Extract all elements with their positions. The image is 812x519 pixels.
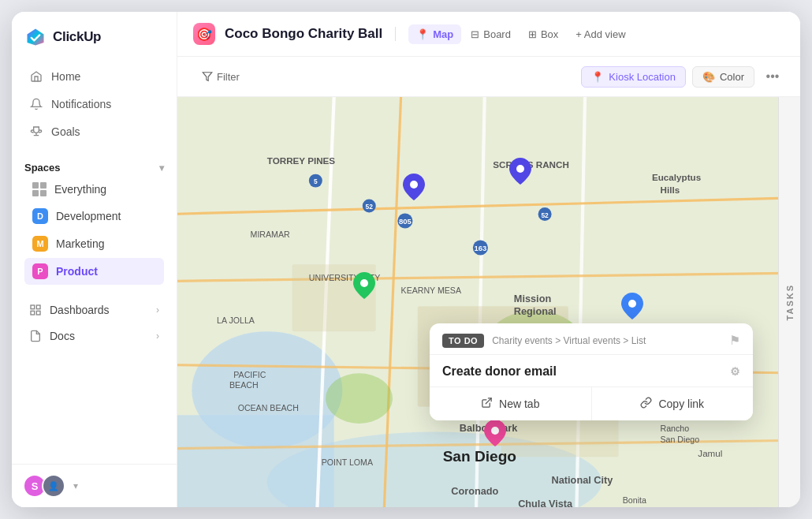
map-pin-6[interactable] [484, 420, 506, 446]
more-options-button[interactable]: ••• [761, 65, 784, 88]
svg-rect-2 [36, 305, 40, 309]
svg-text:Regional: Regional [514, 305, 557, 317]
main-header: 🎯 Coco Bongo Charity Ball 📍 Map ⊟ Board … [177, 12, 800, 57]
docs-label: Docs [50, 330, 75, 342]
more-icon: ••• [766, 69, 780, 84]
sidebar-item-product-label: Product [56, 265, 98, 278]
svg-text:5: 5 [314, 177, 318, 185]
add-view-label: + Add view [575, 28, 625, 40]
copy-link-label: Copy link [658, 398, 704, 410]
popup-task-title: Create donor email [442, 364, 557, 379]
board-tab-icon: ⊟ [471, 28, 479, 40]
add-view-button[interactable]: + Add view [568, 24, 633, 44]
toolbar-right: 📍 Kiosk Location 🎨 Color ••• [581, 65, 784, 88]
tasks-sidebar-panel[interactable]: TASKS [778, 97, 800, 507]
kiosk-pin-icon: 📍 [591, 71, 604, 83]
spaces-section: Spaces ▾ Everything D Development M Mark… [12, 152, 177, 290]
sidebar-item-docs[interactable]: Docs › [17, 323, 172, 349]
settings-icon[interactable]: ⚙ [730, 365, 740, 378]
docs-chevron-icon: › [156, 330, 159, 342]
tab-box[interactable]: ⊞ Box [520, 24, 566, 44]
app-shell: ClickUp Home Notific [12, 12, 800, 507]
sidebar-item-dashboards[interactable]: Dashboards › [17, 297, 172, 323]
popup-title-area: Create donor email ⚙ [430, 355, 753, 386]
svg-rect-4 [36, 311, 40, 315]
toolbar: Filter 📍 Kiosk Location 🎨 Color ••• [177, 57, 800, 97]
spaces-chevron-icon: ▾ [159, 162, 164, 174]
svg-text:Chula Vista: Chula Vista [518, 498, 573, 507]
sidebar-item-home[interactable]: Home [17, 63, 172, 90]
svg-text:Coronado: Coronado [451, 485, 498, 497]
map-pin-3[interactable] [353, 272, 375, 299]
sidebar-item-product[interactable]: P Product [24, 258, 164, 285]
map-pin-1[interactable] [403, 174, 425, 200]
popup-header-left: TO DO Charity events > Virtual events > … [442, 334, 646, 348]
sidebar-bottom: Dashboards › Docs › [12, 297, 177, 349]
kiosk-location-button[interactable]: 📍 Kiosk Location [581, 66, 686, 88]
svg-text:San Diego: San Diego [661, 435, 700, 444]
copy-link-icon [640, 397, 652, 411]
svg-text:Rancho: Rancho [661, 424, 690, 433]
svg-text:BEACH: BEACH [229, 380, 259, 390]
color-label: Color [720, 71, 744, 83]
sidebar-item-goals-label: Goals [51, 125, 80, 138]
copy-link-button[interactable]: Copy link [591, 387, 754, 420]
svg-text:Eucalyptus: Eucalyptus [652, 172, 701, 182]
svg-text:52: 52 [366, 203, 374, 211]
docs-icon [29, 330, 42, 342]
new-tab-label: New tab [499, 398, 539, 410]
sidebar-item-everything[interactable]: Everything [24, 177, 164, 202]
svg-text:Bonita: Bonita [623, 495, 646, 505]
svg-line-56 [486, 398, 491, 404]
svg-text:Jamul: Jamul [698, 448, 722, 458]
footer-chevron-icon: ▾ [73, 480, 78, 491]
sidebar-footer: S 👤 ▾ [12, 464, 177, 507]
svg-text:National City: National City [552, 474, 613, 486]
new-tab-button[interactable]: New tab [430, 387, 591, 420]
project-icon: 🎯 [193, 23, 215, 45]
svg-text:OCEAN BEACH: OCEAN BEACH [238, 403, 299, 413]
popup-card: TO DO Charity events > Virtual events > … [430, 323, 753, 420]
svg-point-54 [628, 300, 636, 308]
status-badge: TO DO [442, 334, 484, 348]
filter-button[interactable]: Filter [193, 66, 248, 88]
bell-icon [29, 97, 43, 111]
svg-text:Hills: Hills [661, 185, 680, 195]
board-tab-label: Board [483, 28, 511, 40]
sidebar-item-development-label: Development [56, 210, 121, 222]
sidebar-item-everything-label: Everything [54, 183, 106, 196]
spaces-label: Spaces [24, 162, 61, 174]
trophy-icon [29, 125, 43, 139]
map-background: TORREY PINES SCRIPPS RANCH Eucalyptus Hi… [177, 97, 800, 507]
filter-icon [202, 71, 213, 82]
color-button[interactable]: 🎨 Color [692, 66, 754, 88]
avatar-group: S 👤 [23, 474, 65, 498]
svg-text:PACIFIC: PACIFIC [233, 370, 266, 379]
svg-text:805: 805 [399, 217, 412, 226]
sidebar-item-notifications[interactable]: Notifications [17, 91, 172, 118]
spaces-header[interactable]: Spaces ▾ [24, 162, 164, 174]
sidebar-item-development[interactable]: D Development [24, 203, 164, 230]
map-pin-2[interactable] [509, 158, 531, 185]
sidebar-item-marketing[interactable]: M Marketing [24, 230, 164, 257]
tab-map[interactable]: 📍 Map [408, 24, 461, 44]
popup-actions: New tab Copy link [430, 386, 753, 420]
svg-point-52 [360, 279, 368, 287]
grid-icon [32, 182, 47, 196]
flag-icon[interactable]: ⚑ [729, 333, 740, 348]
svg-point-55 [491, 427, 499, 435]
map-pin-5[interactable] [621, 293, 643, 319]
svg-text:163: 163 [474, 244, 486, 252]
svg-text:Mission: Mission [514, 293, 551, 304]
logo-area: ClickUp [12, 12, 177, 59]
tab-board[interactable]: ⊟ Board [463, 24, 519, 44]
marketing-dot: M [32, 236, 48, 252]
svg-text:LA JOLLA: LA JOLLA [217, 316, 255, 325]
sidebar-item-marketing-label: Marketing [56, 237, 104, 250]
sidebar-item-goals[interactable]: Goals [17, 118, 172, 145]
svg-text:SCRIPPS RANCH: SCRIPPS RANCH [493, 159, 569, 170]
svg-marker-5 [203, 73, 212, 81]
dashboards-chevron-icon: › [156, 304, 159, 316]
popup-breadcrumb: Charity events > Virtual events > List [492, 335, 646, 346]
app-name: ClickUp [53, 29, 101, 45]
